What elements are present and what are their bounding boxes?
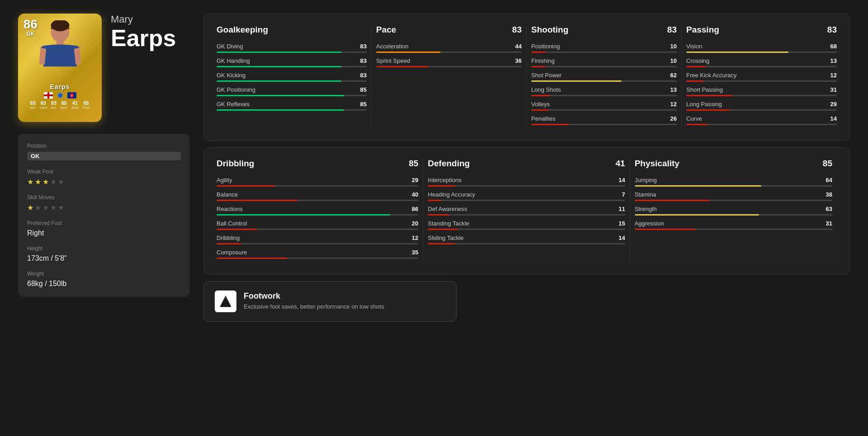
defending-title: Defending — [428, 159, 470, 169]
weight-value: 68kg / 150lb — [27, 280, 181, 288]
player-header: 86 GK — [18, 14, 190, 127]
stat-short-passing: Short Passing 31 — [686, 86, 837, 96]
footwork-text-block: Footwork Exclusive foot saves, better pe… — [244, 291, 384, 311]
card-flags: P — [44, 92, 76, 98]
stat-gk-positioning: GK Positioning 85 — [217, 86, 367, 96]
skill-moves-label: Skill Moves — [27, 194, 181, 201]
stats-card-row1: Goalkeeping GK Diving 83 GK Handling 83 — [203, 14, 850, 141]
passing-title: Passing — [686, 25, 719, 35]
footwork-icon — [215, 291, 236, 312]
passing-header: Passing 83 — [686, 25, 837, 37]
card-name: Earps — [50, 83, 70, 90]
stat-strength: Strength 63 — [635, 206, 832, 216]
stat-curve: Curve 14 — [686, 115, 837, 125]
stat-aggression: Aggression 31 — [635, 220, 832, 230]
svg-point-12 — [58, 94, 62, 97]
stat-stamina: Stamina 38 — [635, 191, 832, 201]
player-name-block: Mary Earps — [111, 14, 176, 51]
card-stat-spd: 41 SPD — [71, 100, 79, 110]
preferred-foot-label: Preferred Foot — [27, 220, 181, 226]
physicality-section: Physicality 85 Jumping 64 Stamina 38 — [630, 159, 837, 263]
weak-foot-label: Weak Foot — [27, 169, 181, 175]
stat-penalties: Penalties 26 — [531, 115, 677, 125]
league-badge — [56, 92, 65, 98]
stat-heading-accuracy: Heading Accuracy 7 — [428, 191, 625, 201]
shooting-header: Shooting 83 — [531, 25, 677, 37]
defending-section: Defending 41 Interceptions 14 Heading Ac… — [423, 159, 630, 263]
stat-finishing: Finishing 10 — [531, 57, 677, 67]
physicality-score: 85 — [823, 159, 832, 169]
physicality-title: Physicality — [635, 159, 679, 169]
footwork-description: Exclusive foot saves, better performance… — [244, 303, 384, 311]
stat-composure: Composure 35 — [217, 249, 418, 259]
card-stat-pos: 85 POS — [82, 100, 90, 110]
stat-ball-control: Ball Control 20 — [217, 220, 418, 230]
goalkeeping-title: Goalkeeping — [217, 25, 268, 35]
skill-moves-stars: ★ ★ ★ ★ ★ — [27, 203, 181, 212]
stat-gk-handling: GK Handling 83 — [217, 57, 367, 67]
passing-score: 83 — [827, 25, 837, 35]
stat-gk-diving: GK Diving 83 — [217, 43, 367, 53]
player-last-name: Earps — [111, 25, 176, 51]
stat-long-passing: Long Passing 29 — [686, 101, 837, 111]
stats-card-row2: Dribbling 85 Agility 29 Balance 40 — [203, 147, 850, 275]
card-stat-ref: 85 REF — [61, 100, 68, 110]
stats-grid-row2: Dribbling 85 Agility 29 Balance 40 — [217, 159, 837, 263]
stat-free-kick-accuracy: Free Kick Accuracy 12 — [686, 72, 837, 82]
info-panel: Position GK Weak Foot ★ ★ ★ ★ ★ Skill Mo… — [18, 134, 190, 297]
stat-gk-reflexes: GK Reflexes 85 — [217, 101, 367, 111]
stat-jumping: Jumping 64 — [635, 177, 832, 187]
pace-section: Pace 83 Acceleration 44 Sprint Speed — [372, 25, 527, 130]
defending-score: 41 — [616, 159, 625, 169]
dribbling-score: 85 — [409, 159, 418, 169]
stat-agility: Agility 29 — [217, 177, 418, 187]
stats-grid-row1: Goalkeeping GK Diving 83 GK Handling 83 — [217, 25, 837, 130]
height-label: Height — [27, 245, 181, 252]
goalkeeping-section: Goalkeeping GK Diving 83 GK Handling 83 — [217, 25, 372, 130]
left-column: 86 GK — [18, 14, 190, 297]
height-value: 173cm / 5'8" — [27, 254, 181, 263]
stat-volleys: Volleys 12 — [531, 101, 677, 111]
preferred-foot-value: Right — [27, 229, 181, 237]
stat-vision: Vision 68 — [686, 43, 837, 53]
skill-moves-row: Skill Moves ★ ★ ★ ★ ★ — [27, 194, 181, 212]
stat-standing-tackle: Standing Tackle 15 — [428, 220, 625, 230]
card-player-image — [28, 18, 92, 81]
england-flag — [44, 92, 53, 98]
stat-acceleration: Acceleration 44 — [376, 43, 522, 53]
goalkeeping-header: Goalkeeping — [217, 25, 367, 37]
dribbling-title: Dribbling — [217, 159, 254, 169]
card-stats-row: 83 DIV 83 HAN 83 KIC 85 REF — [30, 100, 90, 110]
stat-crossing: Crossing 13 — [686, 57, 837, 67]
card-rating-block: 86 GK — [24, 18, 38, 37]
stat-def-awareness: Def Awareness 11 — [428, 206, 625, 216]
fifa-card: 86 GK — [18, 14, 102, 122]
weak-foot-row: Weak Foot ★ ★ ★ ★ ★ — [27, 169, 181, 186]
defending-header: Defending 41 — [428, 159, 625, 170]
footwork-title: Footwork — [244, 291, 384, 301]
svg-text:P: P — [71, 94, 72, 97]
pace-header: Pace 83 — [376, 25, 522, 37]
card-stat-han: 83 HAN — [39, 100, 47, 110]
pace-title: Pace — [376, 25, 396, 35]
stat-reactions: Reactions 86 — [217, 206, 418, 216]
stat-balance: Balance 40 — [217, 191, 418, 201]
page: 86 GK — [0, 0, 868, 335]
stat-sprint-speed: Sprint Speed 36 — [376, 57, 522, 67]
height-row: Height 173cm / 5'8" — [27, 245, 181, 263]
physicality-header: Physicality 85 — [635, 159, 832, 170]
preferred-foot-row: Preferred Foot Right — [27, 220, 181, 237]
position-badge: GK — [27, 152, 181, 160]
position-label: Position — [27, 143, 181, 149]
stat-long-shots: Long Shots 13 — [531, 86, 677, 96]
weak-foot-stars: ★ ★ ★ ★ ★ — [27, 178, 181, 186]
stat-interceptions: Interceptions 14 — [428, 177, 625, 187]
card-rating: 86 — [24, 18, 38, 31]
stat-sliding-tackle: Sliding Tackle 14 — [428, 234, 625, 244]
stat-positioning: Positioning 10 — [531, 43, 677, 53]
weight-label: Weight — [27, 271, 181, 277]
player-first-name: Mary — [111, 14, 176, 25]
shooting-section: Shooting 83 Positioning 10 Finishing — [527, 25, 682, 130]
card-stat-kic: 83 KIC — [51, 100, 57, 110]
position-row: Position GK — [27, 143, 181, 160]
